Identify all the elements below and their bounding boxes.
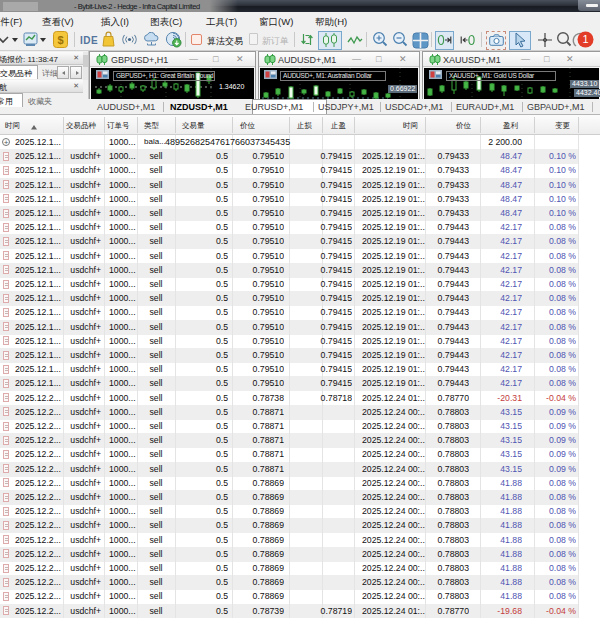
- svg-text:1: 1: [582, 33, 588, 45]
- svg-text:$: $: [57, 34, 63, 46]
